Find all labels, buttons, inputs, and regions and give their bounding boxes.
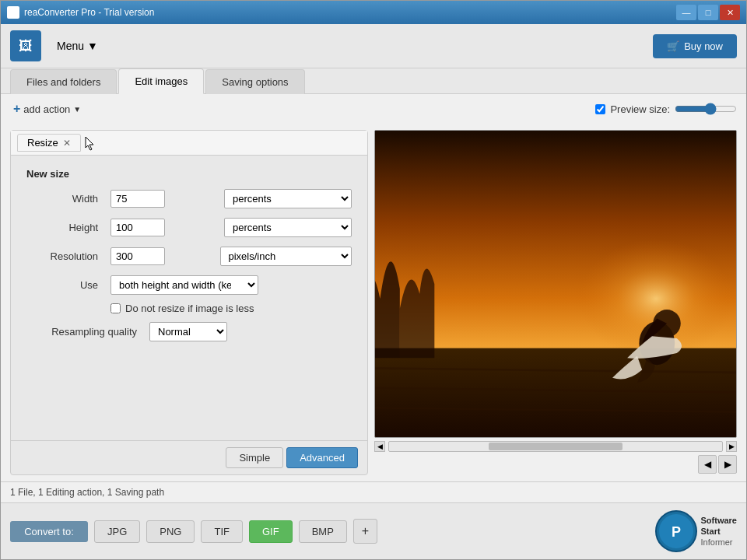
tab-edit-images[interactable]: Edit images	[118, 68, 204, 94]
badge-line1: Software	[701, 515, 737, 526]
tab-files[interactable]: Files and folders	[10, 69, 117, 94]
resolution-unit-select[interactable]: pixels/inch pixels/cm	[220, 247, 352, 266]
tabs-bar: Files and folders Edit images Saving opt…	[1, 68, 746, 94]
title-bar-left: 🖼 reaConverter Pro - Trial version	[7, 6, 154, 19]
add-icon: +	[13, 102, 20, 116]
add-format-button[interactable]: +	[353, 519, 377, 544]
svg-text:P: P	[672, 524, 681, 540]
format-jpg-button[interactable]: JPG	[94, 520, 140, 543]
menu-button[interactable]: Menu ▼	[51, 37, 104, 55]
image-scrollbar: ◀ ▶	[374, 439, 737, 453]
scroll-thumb	[489, 443, 622, 450]
badge-line2: Start	[701, 526, 737, 537]
preview-image	[375, 131, 736, 437]
resolution-input[interactable]	[110, 247, 165, 265]
scroll-left-button[interactable]: ◀	[374, 441, 385, 452]
height-label: Height	[26, 222, 104, 233]
width-row: Width percents pixels cm mm inches	[26, 189, 352, 208]
do-not-resize-row: Do not resize if image is less	[110, 303, 352, 314]
resize-tab-label: Resize	[27, 137, 58, 149]
badge-logo: P	[654, 509, 698, 553]
buy-now-icon: 🛒	[667, 40, 679, 52]
cursor-icon	[84, 135, 96, 151]
use-row: Use both height and width (keep asp... w…	[26, 275, 352, 295]
use-label: Use	[26, 279, 104, 291]
status-text: 1 File, 1 Editing action, 1 Saving path	[10, 487, 164, 498]
app-logo: 🖼	[10, 30, 41, 61]
close-button[interactable]: ✕	[720, 5, 740, 20]
height-input[interactable]	[110, 219, 165, 236]
toolbar: 🖼 Menu ▼ 🛒 Buy now	[1, 24, 746, 68]
resampling-label: Resampling quality	[26, 326, 143, 338]
resampling-select[interactable]: Normal Lanczos Bilinear Bicubic Box Herm…	[149, 322, 227, 341]
slider-container	[675, 103, 737, 115]
badge-logo-svg: P	[654, 509, 698, 553]
convert-label: Convert to:	[10, 521, 88, 542]
height-unit-select[interactable]: percents pixels cm mm inches	[224, 218, 352, 237]
main-window: 🖼 reaConverter Pro - Trial version — □ ✕…	[0, 0, 747, 560]
next-image-button[interactable]: ▶	[718, 455, 737, 474]
main-content: Resize ✕ New size Width pe	[1, 124, 746, 481]
resolution-row: Resolution pixels/inch pixels/cm	[26, 247, 352, 266]
scroll-right-button[interactable]: ▶	[726, 441, 737, 452]
tab-saving-options[interactable]: Saving options	[205, 69, 304, 94]
left-panel: Resize ✕ New size Width pe	[10, 130, 368, 475]
width-input[interactable]	[110, 190, 165, 208]
format-gif-button[interactable]: GIF	[249, 520, 293, 543]
height-row: Height percents pixels cm mm inches	[26, 218, 352, 237]
bottom-bar: Convert to: JPG PNG TIF GIF BMP + P Soft…	[1, 502, 746, 559]
resolution-label: Resolution	[26, 250, 104, 262]
app-icon: 🖼	[7, 6, 19, 19]
resize-tab[interactable]: Resize ✕	[17, 134, 81, 152]
minimize-button[interactable]: —	[676, 5, 696, 20]
status-bar: 1 File, 1 Editing action, 1 Saving path	[1, 481, 746, 502]
add-action-arrow: ▼	[73, 105, 81, 114]
maximize-button[interactable]: □	[698, 5, 718, 20]
action-bar: + add action ▼ Preview size:	[1, 94, 746, 124]
width-label: Width	[26, 193, 104, 205]
nav-arrows: ◀ ▶	[374, 453, 737, 475]
do-not-resize-checkbox[interactable]	[110, 303, 121, 313]
image-preview	[374, 130, 737, 438]
new-size-title: New size	[26, 168, 352, 180]
svg-marker-0	[86, 137, 93, 150]
width-unit-select[interactable]: percents pixels cm mm inches	[224, 189, 352, 208]
simple-button[interactable]: Simple	[226, 447, 283, 468]
preview-size-area: Preview size:	[595, 103, 737, 115]
software-badge: P Software Start Informer	[654, 509, 737, 553]
resampling-row: Resampling quality Normal Lanczos Biline…	[26, 322, 352, 341]
use-select[interactable]: both height and width (keep asp... width…	[110, 275, 258, 295]
advanced-button[interactable]: Advanced	[286, 447, 358, 468]
prev-image-button[interactable]: ◀	[698, 455, 717, 474]
add-action-button[interactable]: + add action ▼	[10, 100, 84, 117]
preview-size-checkbox[interactable]	[595, 104, 605, 114]
right-panel: ◀ ▶ ◀ ▶	[374, 130, 737, 475]
preview-size-label: Preview size:	[610, 103, 670, 115]
do-not-resize-label: Do not resize if image is less	[125, 303, 254, 314]
resize-tab-bar: Resize ✕	[11, 131, 367, 156]
menu-arrow: ▼	[87, 40, 98, 52]
title-bar-controls: — □ ✕	[676, 5, 740, 20]
format-tif-button[interactable]: TIF	[201, 520, 243, 543]
buy-now-label: Buy now	[684, 40, 723, 52]
svg-rect-3	[375, 348, 736, 437]
title-bar: 🖼 reaConverter Pro - Trial version — □ ✕	[1, 1, 746, 24]
panel-bottom: Simple Advanced	[11, 440, 367, 474]
format-png-button[interactable]: PNG	[146, 520, 195, 543]
window-title: reaConverter Pro - Trial version	[24, 7, 154, 18]
add-action-label: add action	[23, 103, 70, 115]
menu-label: Menu	[57, 40, 84, 52]
resize-tab-close[interactable]: ✕	[63, 138, 71, 148]
buy-now-button[interactable]: 🛒 Buy now	[653, 34, 737, 58]
resize-content: New size Width percents pixels cm mm inc…	[11, 156, 367, 440]
preview-size-slider[interactable]	[675, 103, 737, 115]
scroll-track[interactable]	[388, 441, 723, 452]
badge-text-area: Software Start Informer	[701, 515, 737, 548]
badge-line3: Informer	[701, 537, 737, 548]
format-bmp-button[interactable]: BMP	[299, 520, 347, 543]
